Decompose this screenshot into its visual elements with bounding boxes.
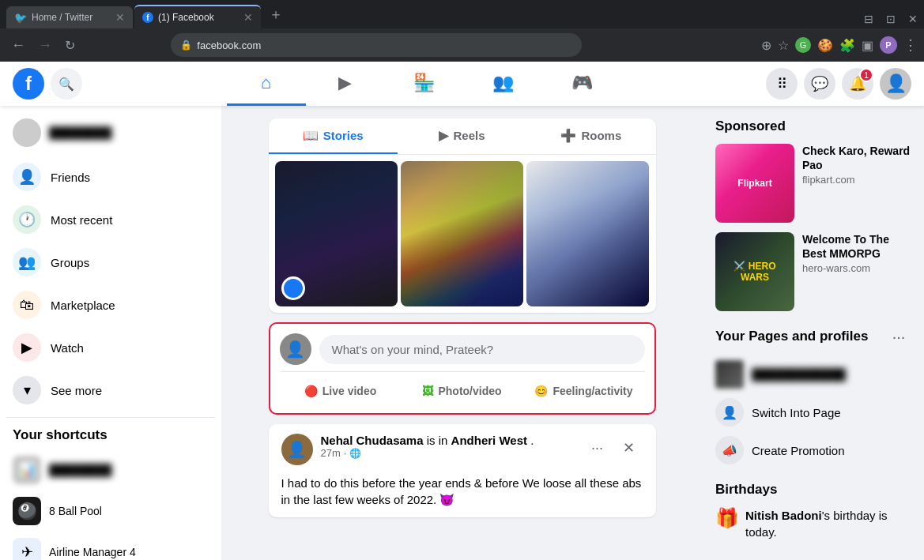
pages-more-button[interactable]: ··· xyxy=(886,324,911,349)
post-close-button[interactable]: ✕ xyxy=(615,434,643,462)
nav-watch[interactable]: ▶ xyxy=(306,62,385,106)
ad-hero-wars[interactable]: ⚔️ HERO WARS Welcome To The Best MMORPG … xyxy=(715,232,911,311)
nav-groups[interactable]: 👥 xyxy=(464,62,543,106)
story-item-3[interactable] xyxy=(526,161,649,306)
stories-tabs: 📖 Stories ▶ Reels ➕ Rooms xyxy=(269,118,656,155)
tab-rooms[interactable]: ➕ Rooms xyxy=(526,118,655,154)
post-card: 👤 Nehal Chudasama is in Andheri West . 2… xyxy=(269,424,656,517)
close-icon[interactable]: ✕ xyxy=(908,13,918,25)
sidebar-item-groups[interactable]: 👥 Groups xyxy=(6,242,215,283)
post-content: I had to do this before the year ends & … xyxy=(269,475,656,517)
contacts-icons: 📹 🔍 ↗ xyxy=(829,556,911,560)
8ball-icon: 🎱 xyxy=(13,497,41,525)
extension-1-icon[interactable]: G xyxy=(795,37,811,53)
marketplace-sidebar-icon: 🛍 xyxy=(13,291,41,319)
contacts-header: Contacts 📹 🔍 ↗ xyxy=(715,556,911,560)
composer-input[interactable]: What's on your mind, Prateek? xyxy=(319,335,645,364)
live-video-action[interactable]: 🔴 Live video xyxy=(280,378,402,404)
recent-icon: 🕐 xyxy=(13,205,41,234)
tab-twitter-close[interactable]: ✕ xyxy=(115,11,125,24)
rooms-tab-label: Rooms xyxy=(581,129,621,142)
post-period: . xyxy=(530,434,534,447)
notifications-button[interactable]: 🔔 1 xyxy=(842,68,873,100)
composer-avatar: 👤 xyxy=(280,333,311,365)
ad-hero-wars-title: Welcome To The Best MMORPG xyxy=(802,232,911,261)
facebook-favicon: f xyxy=(142,12,153,23)
story-item-1[interactable] xyxy=(275,161,398,306)
sponsored-section: Sponsored Flipkart Check Karo, Reward Pa… xyxy=(715,118,911,311)
tab-twitter[interactable]: 🐦 Home / Twitter ✕ xyxy=(6,6,133,28)
pages-title: Your Pages and profiles xyxy=(715,329,868,344)
shortcut-item-airline[interactable]: ✈ Airline Manager 4 xyxy=(6,532,215,560)
birthday-icon: 🎁 xyxy=(715,507,739,529)
sidebar-divider xyxy=(6,417,215,418)
nav-gaming[interactable]: 🎮 xyxy=(543,62,622,106)
feeling-action[interactable]: 😊 Feeling/activity xyxy=(523,378,645,404)
right-nav: ⠿ 💬 🔔 1 👤 xyxy=(766,68,911,100)
post-more-button[interactable]: ··· xyxy=(583,434,612,462)
contacts-settings-button[interactable]: ↗ xyxy=(886,556,911,560)
back-button[interactable]: ← xyxy=(6,34,30,57)
star-icon[interactable]: ☆ xyxy=(778,38,789,53)
nav-marketplace[interactable]: 🏪 xyxy=(385,62,464,106)
birthdays-title: Birthdays xyxy=(715,482,911,498)
sidebar-item-see-more[interactable]: ▾ See more xyxy=(6,370,215,411)
feeling-icon: 😊 xyxy=(534,385,548,397)
maximize-icon[interactable]: ⊡ xyxy=(886,13,896,25)
sidebar-profile[interactable]: ████████ xyxy=(6,112,215,153)
notification-badge: 1 xyxy=(859,68,873,82)
story-item-2[interactable] xyxy=(401,161,523,306)
post-author-line: Nehal Chudasama is in Andheri West . xyxy=(321,434,575,447)
nav-home[interactable]: ⌂ xyxy=(227,62,306,106)
8ball-label: 8 Ball Pool xyxy=(49,505,102,517)
photo-video-action[interactable]: 🖼 Photo/video xyxy=(402,378,523,404)
post-time: 27m xyxy=(321,447,341,459)
tab-twitter-title: Home / Twitter xyxy=(32,12,111,23)
sidebar-item-friends[interactable]: 👤 Friends xyxy=(6,156,215,197)
tab-stories[interactable]: 📖 Stories xyxy=(269,118,398,154)
fb-logo[interactable]: f xyxy=(13,68,44,100)
search-contacts-button[interactable]: 🔍 xyxy=(858,556,883,560)
tab-facebook[interactable]: f (1) Facebook ✕ xyxy=(134,5,261,28)
shortcut-item-8ball[interactable]: 🎱 8 Ball Pool xyxy=(6,490,215,532)
ad-flipkart[interactable]: Flipkart Check Karo, Reward Pao flipkart… xyxy=(715,144,911,223)
page-item[interactable]: ████████████ xyxy=(715,355,911,393)
post-time-unit: · xyxy=(344,447,347,459)
extensions-icon[interactable]: 🧩 xyxy=(839,38,855,53)
extension-2-icon[interactable]: 🍪 xyxy=(817,38,833,53)
create-promotion-action[interactable]: 📣 Create Promotion xyxy=(715,431,911,469)
sidebar-toggle-icon[interactable]: ▣ xyxy=(862,38,873,53)
tab-facebook-title: (1) Facebook xyxy=(158,12,239,23)
browser-window: 🐦 Home / Twitter ✕ f (1) Facebook ✕ ＋ ⊟ … xyxy=(0,0,924,62)
cast-icon[interactable]: ⊕ xyxy=(761,38,771,53)
tab-reels[interactable]: ▶ Reels xyxy=(398,118,526,154)
chrome-menu-icon[interactable]: ⋮ xyxy=(903,36,918,54)
messenger-button[interactable]: 💬 xyxy=(804,68,835,100)
marketplace-icon: 🏪 xyxy=(413,73,435,93)
minimize-icon[interactable]: ⊟ xyxy=(864,13,873,25)
shortcut-1-label: ████████ xyxy=(49,464,111,476)
switch-into-page-action[interactable]: 👤 Switch Into Page xyxy=(715,393,911,431)
forward-button[interactable]: → xyxy=(33,34,57,57)
sidebar-item-most-recent[interactable]: 🕐 Most recent xyxy=(6,199,215,240)
shortcut-item-1[interactable]: 📊 ████████ xyxy=(6,449,215,490)
refresh-button[interactable]: ↻ xyxy=(60,35,80,56)
menu-button[interactable]: ⠿ xyxy=(766,68,798,100)
composer-placeholder: What's on your mind, Prateek? xyxy=(332,343,494,356)
tab-facebook-close[interactable]: ✕ xyxy=(243,11,253,24)
search-icon: 🔍 xyxy=(58,77,74,92)
sidebar-item-watch[interactable]: ▶ Watch xyxy=(6,327,215,368)
new-video-call-button[interactable]: 📹 xyxy=(829,556,854,560)
composer-top: 👤 What's on your mind, Prateek? xyxy=(280,333,645,365)
user-avatar-button[interactable]: 👤 xyxy=(880,68,911,100)
addressbar-right: ⊕ ☆ G 🍪 🧩 ▣ P ⋮ xyxy=(761,36,918,54)
post-actions-top: ··· ✕ xyxy=(583,434,643,462)
search-button[interactable]: 🔍 xyxy=(51,68,82,100)
birthday-text: Nitish Badoni's birthday is today. xyxy=(745,507,911,540)
contacts-section: Contacts 📹 🔍 ↗ xyxy=(715,556,911,560)
new-tab-button[interactable]: ＋ xyxy=(262,0,289,28)
profile-avatar-btn[interactable]: P xyxy=(880,36,897,54)
page-item-icon xyxy=(715,360,744,389)
sidebar-item-marketplace[interactable]: 🛍 Marketplace xyxy=(6,284,215,325)
address-bar[interactable]: 🔒 facebook.com xyxy=(171,33,582,57)
